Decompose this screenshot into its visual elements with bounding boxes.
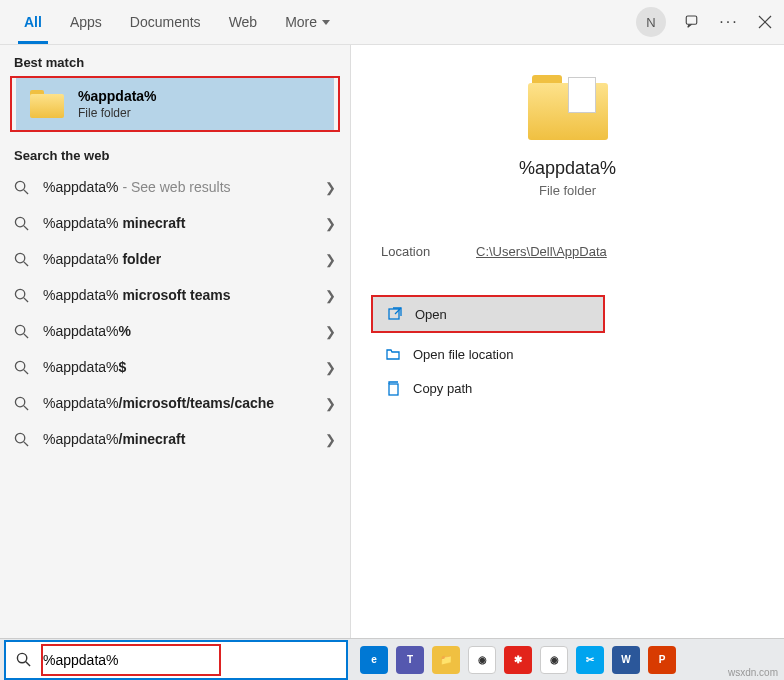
open-action-highlight: Open [371,295,605,333]
preview-panel: %appdata% File folder Location C:\Users\… [350,45,784,680]
results-panel: Best match %appdata% File folder Search … [0,45,350,680]
chevron-right-icon: ❯ [325,180,336,195]
tab-web[interactable]: Web [215,0,272,44]
copy-icon [385,380,401,396]
avatar-initial: N [646,15,655,30]
search-icon [14,216,29,231]
search-text-highlight [41,644,221,676]
web-result-item[interactable]: %appdata% - See web results ❯ [0,169,350,205]
best-match-highlight: %appdata% File folder [10,76,340,132]
filter-tabs: All Apps Documents Web More [10,0,636,44]
chevron-right-icon: ❯ [325,288,336,303]
svg-line-18 [24,441,28,445]
location-row: Location C:\Users\Dell\AppData [371,238,764,265]
web-result-item[interactable]: %appdata%% ❯ [0,313,350,349]
preview-title: %appdata% [519,158,616,179]
web-result-item[interactable]: %appdata% folder ❯ [0,241,350,277]
search-icon [14,180,29,195]
search-web-label: Search the web [0,138,350,169]
word-icon[interactable]: W [612,646,640,674]
taskbar: e T 📁 ◉ ✱ ◉ ✂ W P [0,638,784,680]
svg-point-21 [17,653,26,662]
folder-large-icon [528,75,608,140]
result-text: %appdata% microsoft teams [43,287,317,303]
svg-point-15 [15,397,24,406]
svg-point-13 [15,361,24,370]
chevron-right-icon: ❯ [325,432,336,447]
result-text: %appdata% minecraft [43,215,317,231]
tab-documents[interactable]: Documents [116,0,215,44]
more-options-icon[interactable]: ··· [720,13,738,31]
user-avatar[interactable]: N [636,7,666,37]
web-result-item[interactable]: %appdata% microsoft teams ❯ [0,277,350,313]
action-copy-path[interactable]: Copy path [371,371,764,405]
search-icon [16,652,31,667]
svg-line-22 [26,662,30,666]
location-label: Location [381,244,476,259]
search-icon [14,360,29,375]
search-input[interactable] [43,652,219,668]
folder-icon [385,346,401,362]
feedback-icon[interactable] [684,13,702,31]
tab-label: Apps [70,14,102,30]
action-open-location[interactable]: Open file location [371,337,764,371]
result-text: %appdata%/minecraft [43,431,317,447]
snip-icon[interactable]: ✂ [576,646,604,674]
teams-icon[interactable]: T [396,646,424,674]
tab-all[interactable]: All [10,0,56,44]
chevron-right-icon: ❯ [325,252,336,267]
result-text: %appdata%$ [43,359,317,375]
svg-point-11 [15,325,24,334]
svg-rect-0 [686,16,697,24]
tab-label: Web [229,14,258,30]
result-text: %appdata% - See web results [43,179,317,195]
ppt-icon[interactable]: P [648,646,676,674]
taskbar-search-wrap [4,640,348,680]
taskbar-icons: e T 📁 ◉ ✱ ◉ ✂ W P [360,646,676,674]
chevron-down-icon [322,20,330,25]
web-result-item[interactable]: %appdata% minecraft ❯ [0,205,350,241]
search-icon [14,324,29,339]
taskbar-search[interactable] [6,642,346,678]
open-icon [387,306,403,322]
close-button[interactable] [756,13,774,31]
action-label: Open [415,307,447,322]
web-result-item[interactable]: %appdata%/minecraft ❯ [0,421,350,457]
slack-icon[interactable]: ✱ [504,646,532,674]
tab-apps[interactable]: Apps [56,0,116,44]
svg-line-16 [24,405,28,409]
search-icon [14,432,29,447]
chrome-icon[interactable]: ◉ [468,646,496,674]
svg-line-12 [24,333,28,337]
tab-label: All [24,14,42,30]
svg-rect-19 [389,309,399,319]
tab-more[interactable]: More [271,0,344,44]
header-bar: All Apps Documents Web More N ··· [0,0,784,45]
svg-point-5 [15,217,24,226]
location-link[interactable]: C:\Users\Dell\AppData [476,244,607,259]
svg-point-7 [15,253,24,262]
chevron-right-icon: ❯ [325,360,336,375]
tab-label: More [285,14,317,30]
preview-subtitle: File folder [539,183,596,198]
web-result-item[interactable]: %appdata%/microsoft/teams/cache ❯ [0,385,350,421]
edge-icon[interactable]: e [360,646,388,674]
search-icon [14,396,29,411]
svg-point-9 [15,289,24,298]
action-label: Open file location [413,347,513,362]
best-match-title: %appdata% [78,88,157,104]
action-open[interactable]: Open [373,297,603,331]
best-match-item[interactable]: %appdata% File folder [16,78,334,130]
actions-list: Open Open file location Copy path [371,295,764,405]
svg-line-8 [24,261,28,265]
chrome2-icon[interactable]: ◉ [540,646,568,674]
svg-line-6 [24,225,28,229]
explorer-icon[interactable]: 📁 [432,646,460,674]
header-controls: N ··· [636,7,774,37]
folder-icon [30,90,64,118]
web-result-item[interactable]: %appdata%$ ❯ [0,349,350,385]
svg-rect-20 [389,384,398,395]
watermark: wsxdn.com [728,667,778,678]
svg-line-10 [24,297,28,301]
best-match-subtitle: File folder [78,106,157,120]
